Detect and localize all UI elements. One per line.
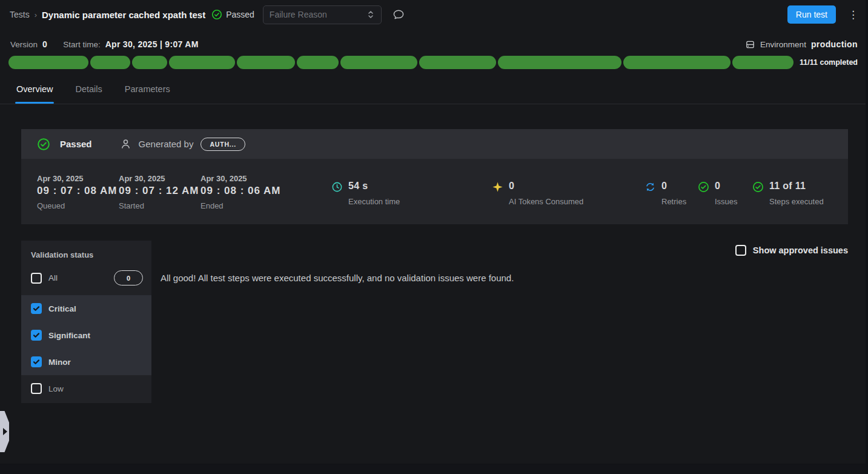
issues-section: Validation status All 0 Critical Signifi… — [0, 241, 868, 422]
refresh-icon — [644, 181, 656, 193]
filter-row-low[interactable]: Low — [21, 375, 151, 402]
low-label: Low — [48, 384, 64, 393]
top-bar: Tests › Dynamic parameter cached xpath t… — [0, 0, 868, 29]
generated-by-label: Generated by — [139, 139, 194, 149]
metric-retries: 0 Retries — [661, 181, 686, 206]
significant-label: Significant — [48, 331, 90, 340]
tab-overview[interactable]: Overview — [16, 79, 53, 104]
progress-segment[interactable] — [498, 56, 621, 69]
summary-card: Passed Generated by AUTH... Apr 30, 2025… — [21, 129, 848, 224]
version-value: 0 — [42, 39, 47, 49]
breadcrumb-chevron-icon: › — [35, 10, 37, 19]
filter-row-significant[interactable]: Significant — [21, 322, 151, 349]
validation-status-title: Validation status — [21, 241, 151, 263]
check-circle-icon — [37, 138, 50, 151]
empty-state-message: All good! All test steps were executed s… — [161, 273, 514, 283]
minor-checkbox[interactable] — [31, 356, 42, 367]
start-time-label: Start time: — [63, 40, 101, 49]
show-approved-checkbox[interactable] — [735, 245, 746, 256]
metric-steps-executed: 11 of 11 Steps executed — [769, 181, 824, 206]
filter-row-minor[interactable]: Minor — [21, 349, 151, 375]
show-approved-label: Show approved issues — [753, 245, 848, 255]
filter-row-critical[interactable]: Critical — [21, 295, 151, 322]
steps-executed-value: 11 of 11 — [769, 181, 824, 192]
progress-segment[interactable] — [732, 56, 794, 69]
tab-details[interactable]: Details — [75, 79, 102, 104]
timestamp-ended: Apr 30, 2025 09 : 08 : 06 AM Ended — [200, 159, 282, 224]
queued-label: Queued — [37, 201, 119, 210]
comment-bubble-icon[interactable] — [393, 8, 405, 21]
tab-parameters[interactable]: Parameters — [125, 79, 170, 104]
progress-segment[interactable] — [132, 56, 167, 69]
all-count-badge: 0 — [114, 270, 143, 285]
environment-group: Environment production — [745, 39, 858, 50]
generated-by-badge[interactable]: AUTH... — [200, 138, 245, 151]
ended-date: Apr 30, 2025 — [200, 174, 282, 183]
page-title: Dynamic parameter cached xpath test — [42, 10, 205, 20]
check-circle-icon — [752, 181, 764, 193]
ended-label: Ended — [200, 201, 282, 210]
critical-checkbox[interactable] — [31, 303, 42, 314]
summary-card-header: Passed Generated by AUTH... — [21, 129, 848, 159]
version-label: Version — [10, 40, 38, 49]
steps-executed-label: Steps executed — [769, 197, 824, 206]
clock-icon — [331, 181, 343, 193]
all-label: All — [48, 273, 114, 282]
minor-label: Minor — [48, 358, 71, 367]
progress-row: 11/11 completed — [8, 56, 858, 69]
check-circle-icon — [211, 9, 222, 20]
person-icon — [120, 138, 131, 150]
retries-value: 0 — [661, 181, 686, 192]
select-updown-icon — [366, 10, 375, 19]
summary-card-body: Apr 30, 2025 09 : 07 : 08 AM Queued Apr … — [21, 159, 848, 224]
progress-segment[interactable] — [237, 56, 295, 69]
sparkle-icon — [492, 181, 503, 193]
all-checkbox[interactable] — [31, 273, 42, 284]
chevron-right-icon — [3, 428, 7, 435]
right-edge-strip — [866, 0, 868, 474]
significant-checkbox[interactable] — [31, 330, 42, 341]
progress-segment[interactable] — [8, 56, 88, 69]
metric-execution-time: 54 s Execution time — [348, 181, 400, 206]
progress-segment[interactable] — [90, 56, 130, 69]
environment-icon — [745, 39, 755, 50]
queued-date: Apr 30, 2025 — [37, 174, 119, 183]
progress-bar[interactable] — [8, 56, 793, 69]
summary-status-label: Passed — [60, 139, 92, 149]
queued-time: 09 : 07 : 08 AM — [37, 185, 119, 197]
validation-status-panel: Validation status All 0 Critical Signifi… — [21, 241, 151, 403]
retries-label: Retries — [661, 197, 686, 206]
timestamp-started: Apr 30, 2025 09 : 07 : 12 AM Started — [119, 159, 200, 224]
kebab-menu-icon[interactable]: ⋮ — [848, 10, 858, 20]
low-checkbox[interactable] — [31, 383, 42, 394]
started-label: Started — [119, 201, 200, 210]
environment-label: Environment — [760, 40, 806, 49]
progress-segment[interactable] — [297, 56, 339, 69]
check-circle-icon — [698, 181, 709, 193]
environment-value: production — [811, 39, 858, 49]
ai-tokens-label: AI Tokens Consumed — [509, 197, 583, 206]
start-time-value: Apr 30, 2025 | 9:07 AM — [105, 39, 199, 49]
metric-issues: 0 Issues — [715, 181, 738, 206]
progress-segment[interactable] — [340, 56, 417, 69]
filter-row-all[interactable]: All 0 — [21, 263, 151, 295]
execution-time-value: 54 s — [348, 181, 400, 192]
progress-segment[interactable] — [623, 56, 730, 69]
bottom-strip — [0, 464, 868, 474]
breadcrumb[interactable]: Tests — [10, 10, 30, 19]
failure-reason-select[interactable]: Failure Reason — [263, 5, 382, 24]
show-approved-issues[interactable]: Show approved issues — [735, 245, 848, 256]
progress-completed-label: 11/11 completed — [800, 58, 858, 67]
progress-segment[interactable] — [419, 56, 496, 69]
started-time: 09 : 07 : 12 AM — [119, 185, 200, 197]
status-label: Passed — [226, 10, 254, 19]
timestamp-queued: Apr 30, 2025 09 : 07 : 08 AM Queued — [37, 159, 119, 224]
tab-bar: Overview Details Parameters — [0, 79, 868, 104]
execution-time-label: Execution time — [348, 197, 400, 206]
issues-value: 0 — [715, 181, 738, 192]
ai-tokens-value: 0 — [509, 181, 583, 192]
meta-row: Version 0 Start time: Apr 30, 2025 | 9:0… — [0, 36, 868, 52]
ended-time: 09 : 08 : 06 AM — [200, 185, 282, 197]
progress-segment[interactable] — [169, 56, 235, 69]
run-test-button[interactable]: Run test — [787, 5, 836, 24]
